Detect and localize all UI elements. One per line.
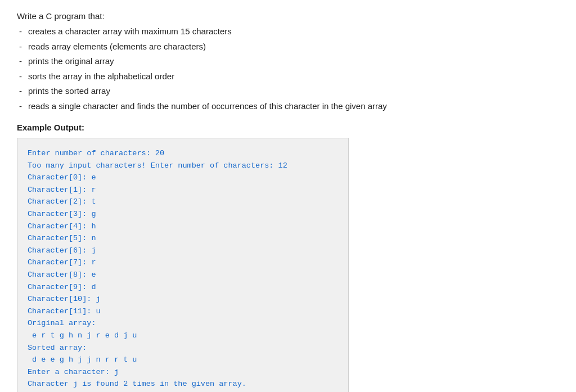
instruction-item: reads array elements (elements are chara… [17, 40, 559, 53]
instruction-block: Write a C program that: creates a charac… [17, 11, 559, 112]
instruction-item: creates a character array with maximum 1… [17, 25, 559, 38]
instruction-list: creates a character array with maximum 1… [17, 25, 559, 112]
example-label: Example Output: [17, 123, 559, 132]
instruction-item: prints the sorted array [17, 85, 559, 98]
code-block: Enter number of characters: 20 Too many … [17, 138, 349, 392]
instruction-item: prints the original array [17, 55, 559, 68]
instruction-title: Write a C program that: [17, 11, 559, 21]
instruction-item: reads a single character and finds the n… [17, 100, 559, 113]
instruction-item: sorts the array in the alphabetical orde… [17, 70, 559, 83]
